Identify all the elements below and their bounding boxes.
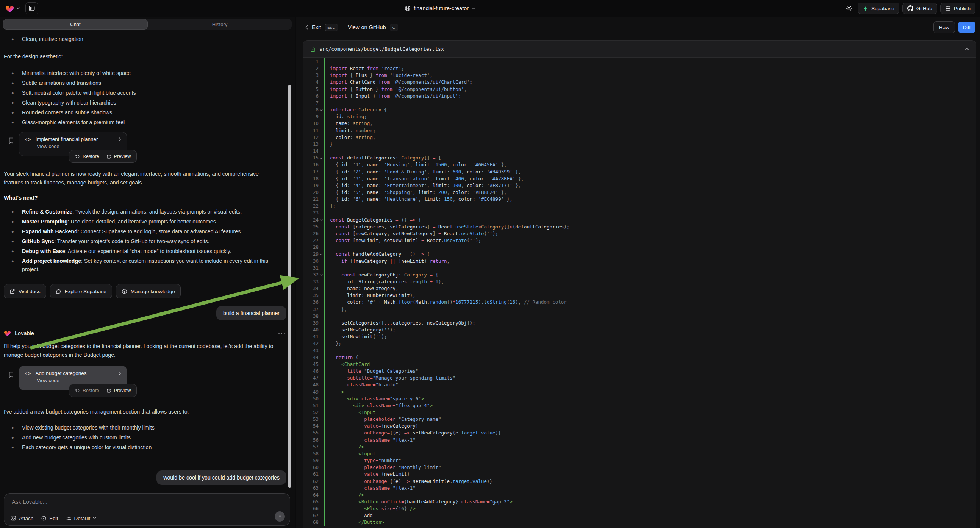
line-number[interactable]: 42 [304, 340, 318, 347]
line-number[interactable]: 38 [304, 313, 318, 320]
bookmark-icon[interactable] [8, 371, 14, 379]
line-number[interactable]: 31 [304, 265, 318, 272]
line-number[interactable]: 7 [304, 100, 318, 107]
line-number[interactable]: 52 [304, 409, 318, 416]
line-number[interactable]: 2 [304, 65, 318, 72]
line-number[interactable]: 44 [304, 354, 318, 361]
line-number[interactable]: 41 [304, 333, 318, 340]
line-number[interactable]: 51 [304, 402, 318, 409]
manage-knowledge-button[interactable]: Manage knowledge [116, 284, 181, 299]
exit-button[interactable]: Exit esc [305, 24, 338, 31]
line-number[interactable]: 47 [304, 375, 318, 382]
line-number[interactable]: 23 [304, 210, 318, 216]
line-number[interactable]: 66 [304, 505, 318, 512]
line-number[interactable]: 36 [304, 299, 318, 306]
line-number[interactable]: 6 [304, 93, 318, 100]
chevron-down-icon[interactable] [16, 7, 20, 10]
diff-button[interactable]: Diff [958, 22, 975, 33]
mode-dropdown[interactable]: Default [66, 515, 97, 521]
line-number[interactable]: 43 [304, 347, 318, 354]
line-number[interactable]: 49 [304, 389, 318, 396]
line-number[interactable]: 9 [304, 113, 318, 120]
line-number[interactable]: 58 [304, 450, 318, 457]
project-switcher[interactable]: financial-future-creator [404, 0, 476, 17]
line-number[interactable]: 15 [304, 154, 318, 161]
line-number[interactable]: 59 [304, 457, 318, 464]
fold-chevron-icon[interactable] [318, 251, 324, 258]
view-on-github-button[interactable]: View on GitHub G [348, 24, 398, 31]
file-header[interactable]: src/components/budget/BudgetCategories.t… [304, 41, 976, 57]
line-number[interactable]: 60 [304, 464, 318, 471]
visit-docs-button[interactable]: Visit docs [4, 284, 46, 299]
line-number[interactable]: 4 [304, 79, 318, 86]
attach-button[interactable]: Attach [10, 515, 33, 521]
line-number[interactable]: 18 [304, 175, 318, 182]
line-number[interactable]: 63 [304, 485, 318, 491]
line-number[interactable]: 21 [304, 196, 318, 203]
line-number[interactable]: 33 [304, 278, 318, 285]
line-number[interactable]: 37 [304, 306, 318, 313]
line-number[interactable]: 35 [304, 292, 318, 299]
explore-supabase-button[interactable]: Explore Supabase [50, 284, 112, 299]
chat-scrollbar[interactable] [288, 85, 291, 488]
line-number[interactable]: 45 [304, 361, 318, 368]
ask-lovable-input[interactable] [11, 498, 240, 505]
line-number[interactable]: 24 [304, 217, 318, 223]
line-number[interactable]: 28 [304, 244, 318, 251]
line-number[interactable]: 20 [304, 189, 318, 196]
line-number[interactable]: 40 [304, 326, 318, 333]
line-number[interactable]: 68 [304, 519, 318, 526]
line-number[interactable]: 65 [304, 498, 318, 505]
settings-gear-icon[interactable] [843, 3, 854, 14]
line-number[interactable]: 48 [304, 382, 318, 388]
fold-chevron-icon[interactable] [318, 154, 324, 161]
line-number[interactable]: 32 [304, 272, 318, 278]
preview-button[interactable]: Preview [103, 387, 134, 394]
line-number[interactable]: 61 [304, 471, 318, 478]
line-number[interactable]: 34 [304, 285, 318, 292]
line-number[interactable]: 25 [304, 223, 318, 230]
bookmark-icon[interactable] [8, 137, 14, 144]
line-number[interactable]: 39 [304, 320, 318, 326]
line-number[interactable]: 14 [304, 148, 318, 154]
line-number[interactable]: 12 [304, 134, 318, 141]
publish-button[interactable]: Publish [940, 3, 975, 14]
line-number[interactable]: 10 [304, 120, 318, 127]
tab-history[interactable]: History [148, 19, 292, 30]
line-number[interactable]: 8 [304, 107, 318, 113]
line-number[interactable]: 30 [304, 258, 318, 265]
chevron-up-icon[interactable] [965, 48, 969, 50]
fold-chevron-icon[interactable] [318, 107, 324, 113]
line-number[interactable]: 50 [304, 396, 318, 402]
sidebar-toggle-icon[interactable] [25, 2, 38, 14]
line-number[interactable]: 55 [304, 429, 318, 436]
line-number[interactable]: 16 [304, 161, 318, 168]
more-options-icon[interactable] [278, 332, 285, 334]
fold-chevron-icon[interactable] [318, 217, 324, 223]
view-code-link[interactable]: View code [37, 143, 127, 149]
send-button[interactable] [275, 511, 285, 522]
line-number[interactable]: 11 [304, 127, 318, 134]
lovable-logo-icon[interactable] [5, 5, 14, 13]
line-number[interactable]: 29 [304, 251, 318, 258]
line-number[interactable]: 5 [304, 86, 318, 93]
line-number[interactable]: 1 [304, 58, 318, 65]
line-number[interactable]: 54 [304, 423, 318, 429]
view-code-link[interactable]: View code [37, 378, 127, 383]
line-number[interactable]: 17 [304, 169, 318, 175]
github-button[interactable]: GitHub [902, 3, 937, 14]
line-number[interactable]: 27 [304, 237, 318, 244]
line-number[interactable]: 64 [304, 491, 318, 498]
edit-button[interactable]: Edit [41, 515, 58, 521]
line-number[interactable]: 46 [304, 368, 318, 375]
preview-button[interactable]: Preview [103, 153, 134, 160]
line-number[interactable]: 53 [304, 416, 318, 423]
fold-chevron-icon[interactable] [318, 272, 324, 278]
supabase-button[interactable]: Supabase [858, 3, 899, 14]
restore-button[interactable]: Restore [72, 153, 103, 160]
line-number[interactable]: 19 [304, 182, 318, 189]
line-number[interactable]: 13 [304, 141, 318, 148]
line-number[interactable]: 3 [304, 72, 318, 79]
line-number[interactable]: 57 [304, 444, 318, 450]
tab-chat[interactable]: Chat [3, 19, 148, 30]
